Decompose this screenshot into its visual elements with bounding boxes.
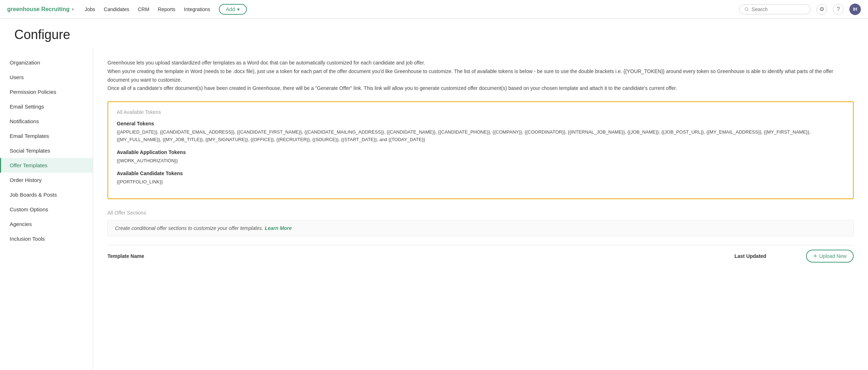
logo-chevron-icon: ▾ <box>72 7 74 12</box>
logo-text: greenhouse Recruiting <box>7 6 69 13</box>
help-icon: ? <box>837 6 840 13</box>
page-title: Configure <box>14 27 854 42</box>
search-input[interactable] <box>752 6 805 12</box>
avatar[interactable]: IH <box>849 4 861 15</box>
sidebar-item-agencies[interactable]: Agencies <box>0 217 93 231</box>
candidate-tokens-content: {{PORTFOLIO_LINK}} <box>117 178 844 186</box>
candidate-tokens-title: Available Candidate Tokens <box>117 170 844 176</box>
nav-reports[interactable]: Reports <box>158 6 176 12</box>
sidebar-item-email-settings[interactable]: Email Settings <box>0 99 93 114</box>
upload-new-button[interactable]: + Upload New <box>806 250 854 263</box>
learn-more-link[interactable]: Learn More <box>265 225 292 231</box>
sidebar-item-email-templates[interactable]: Email Templates <box>0 129 93 143</box>
search-icon <box>744 7 749 12</box>
col-last-updated: Last Updated <box>734 253 806 259</box>
upload-new-label: Upload New <box>819 253 847 259</box>
nav-crm[interactable]: CRM <box>138 6 149 12</box>
sidebar-item-order-history[interactable]: Order History <box>0 173 93 187</box>
nav-candidates[interactable]: Candidates <box>104 6 129 12</box>
application-tokens-title: Available Application Tokens <box>117 149 844 155</box>
sidebar-item-custom-options[interactable]: Custom Options <box>0 202 93 217</box>
plus-icon: + <box>813 253 817 259</box>
sidebar-item-permission-policies[interactable]: Permission Policies <box>0 85 93 99</box>
tokens-box-title: All Available Tokens <box>117 109 844 115</box>
add-button[interactable]: Add ▾ <box>219 4 247 15</box>
sidebar-item-offer-templates[interactable]: Offer Templates <box>0 158 93 173</box>
help-icon-button[interactable]: ? <box>833 4 844 15</box>
svg-line-1 <box>747 10 748 11</box>
general-tokens-content: {{APPLIED_DATE}}, {{CANDIDATE_EMAIL_ADDR… <box>117 129 844 144</box>
nav-jobs[interactable]: Jobs <box>85 6 95 12</box>
sidebar-item-notifications[interactable]: Notifications <box>0 114 93 129</box>
settings-icon: ⚙ <box>819 6 824 13</box>
sidebar-item-organization[interactable]: Organization <box>0 55 93 70</box>
offer-sections-title: All Offer Sections <box>107 210 854 216</box>
logo[interactable]: greenhouse Recruiting ▾ <box>7 6 74 13</box>
general-tokens-title: General Tokens <box>117 121 844 126</box>
page-header: Configure <box>0 19 868 48</box>
search-box[interactable] <box>739 4 811 14</box>
sidebar-item-inclusion-tools[interactable]: Inclusion Tools <box>0 231 93 246</box>
table-header: Template Name Last Updated + Upload New <box>107 245 854 267</box>
offer-sections-info-text: Create conditional offer sections to cus… <box>115 225 263 231</box>
content-area: Greenhouse lets you upload standardized … <box>93 48 868 370</box>
application-tokens-content: {{WORK_AUTHORIZATION}} <box>117 157 844 165</box>
sidebar: Organization Users Permission Policies E… <box>0 48 93 370</box>
nav-integrations[interactable]: Integrations <box>184 6 210 12</box>
main-layout: Organization Users Permission Policies E… <box>0 48 868 370</box>
sidebar-item-job-boards-posts[interactable]: Job Boards & Posts <box>0 187 93 202</box>
tokens-box: All Available Tokens General Tokens {{AP… <box>107 101 854 199</box>
intro-line-3: Once all of a candidate's offer document… <box>107 84 854 93</box>
intro-line-1: Greenhouse lets you upload standardized … <box>107 59 854 67</box>
intro-text: Greenhouse lets you upload standardized … <box>107 59 854 93</box>
sidebar-item-social-templates[interactable]: Social Templates <box>0 143 93 158</box>
application-tokens-section: Available Application Tokens {{WORK_AUTH… <box>117 149 844 165</box>
candidate-tokens-section: Available Candidate Tokens {{PORTFOLIO_L… <box>117 170 844 186</box>
settings-icon-button[interactable]: ⚙ <box>816 4 827 15</box>
general-tokens-section: General Tokens {{APPLIED_DATE}}, {{CANDI… <box>117 121 844 144</box>
offer-sections-info: Create conditional offer sections to cus… <box>107 220 854 236</box>
nav-right: ⚙ ? IH <box>739 4 861 15</box>
intro-line-2: When you're creating the template in Wor… <box>107 67 854 85</box>
col-template-name: Template Name <box>107 253 734 259</box>
top-nav: greenhouse Recruiting ▾ Jobs Candidates … <box>0 0 868 19</box>
add-chevron-icon: ▾ <box>237 6 240 12</box>
sidebar-item-users[interactable]: Users <box>0 70 93 85</box>
nav-links: Jobs Candidates CRM Reports Integrations… <box>85 4 739 15</box>
